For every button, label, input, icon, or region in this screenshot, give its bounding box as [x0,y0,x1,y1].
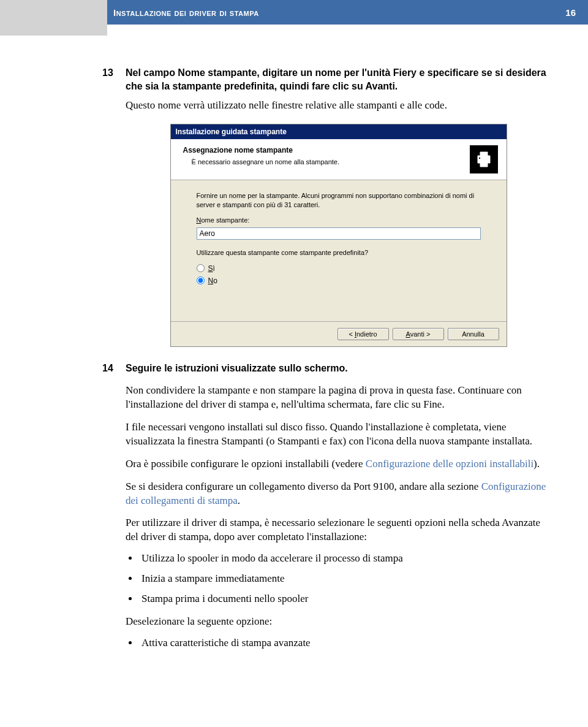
header-gutter [0,0,107,25]
wizard-intro: Fornire un nome per la stampante. Alcuni… [197,191,481,210]
radio-yes-label: Sì [208,264,215,273]
radio-no-row[interactable]: No [197,276,481,286]
step-14: 14 Seguire le istruzioni visualizzate su… [126,362,551,650]
radio-yes[interactable] [197,264,205,272]
para4-prefix: Se si desidera configurare un collegamen… [126,481,481,492]
list-item: Inizia a stampare immediatamente [139,572,551,586]
printer-icon [470,145,498,173]
radio-no-label: No [208,276,217,286]
step-13: 13 Nel campo Nome stampante, digitare un… [126,66,551,113]
step-13-number: 13 [102,66,113,80]
next-button[interactable]: Avanti > [393,328,444,340]
step-14-para1: Non condividere la stampante e non stamp… [126,384,551,412]
list-item: Utilizza lo spooler in modo da accelerar… [139,552,551,566]
step-14-number: 14 [102,362,113,375]
content-area: 13 Nel campo Nome stampante, digitare un… [0,36,588,681]
step-14-para5: Per utilizzare il driver di stampa, è ne… [126,516,551,544]
step-14-para3: Ora è possibile configurare le opzioni i… [126,457,551,471]
select-options-list: Utilizza lo spooler in modo da accelerar… [139,552,551,606]
wizard-default-question: Utilizzare questa stampante come stampan… [197,248,481,257]
deselect-options-list: Attiva caratteristiche di stampa avanzat… [139,636,551,650]
header-page-number: 16 [565,7,576,18]
para4-suffix: . [238,495,240,506]
page-header: Installazione dei driver di stampa 16 [0,0,588,25]
svg-rect-0 [479,158,480,159]
radio-yes-row[interactable]: Sì [197,264,481,273]
deselect-label: Deselezionare la seguente opzione: [126,615,551,629]
step-14-para4: Se si desidera configurare un collegamen… [126,480,551,508]
wizard-dialog: Installazione guidata stampante Assegnaz… [170,124,507,347]
step-13-instruction: Nel campo Nome stampante, digitare un no… [126,66,551,93]
list-item: Stampa prima i documenti nello spooler [139,592,551,606]
step-14-instruction: Seguire le istruzioni visualizzate sullo… [126,362,551,375]
link-config-options[interactable]: Configurazione delle opzioni installabil… [366,458,533,470]
header-title-bar: Installazione dei driver di stampa 16 [107,0,588,25]
wizard-header: Assegnazione nome stampante È necessario… [171,139,507,180]
header-title: Installazione dei driver di stampa [113,7,259,18]
printer-name-input[interactable] [197,227,481,240]
radio-no[interactable] [197,276,205,284]
para3-prefix: Ora è possibile configurare le opzioni i… [126,458,366,470]
back-button[interactable]: < Indietro [337,328,389,340]
wizard-subheading: È necessario assegnare un nome alla stam… [192,158,340,167]
wizard-heading: Assegnazione nome stampante [183,145,340,155]
list-item: Attiva caratteristiche di stampa avanzat… [139,636,551,650]
step-13-note: Questo nome verrà utilizzato nelle fines… [126,99,551,113]
para3-suffix: ). [533,458,540,470]
header-stub-left [0,25,107,36]
step-14-para2: I file necessari vengono installati sul … [126,421,551,449]
wizard-name-label: Nome stampante: [197,216,481,225]
header-stub [0,25,588,36]
cancel-button[interactable]: Annulla [448,328,499,340]
wizard-header-text: Assegnazione nome stampante È necessario… [179,145,340,166]
wizard-button-row: < Indietro Avanti > Annulla [171,321,507,346]
wizard-titlebar: Installazione guidata stampante [171,124,507,139]
wizard-body: Fornire un nome per la stampante. Alcuni… [171,180,507,321]
